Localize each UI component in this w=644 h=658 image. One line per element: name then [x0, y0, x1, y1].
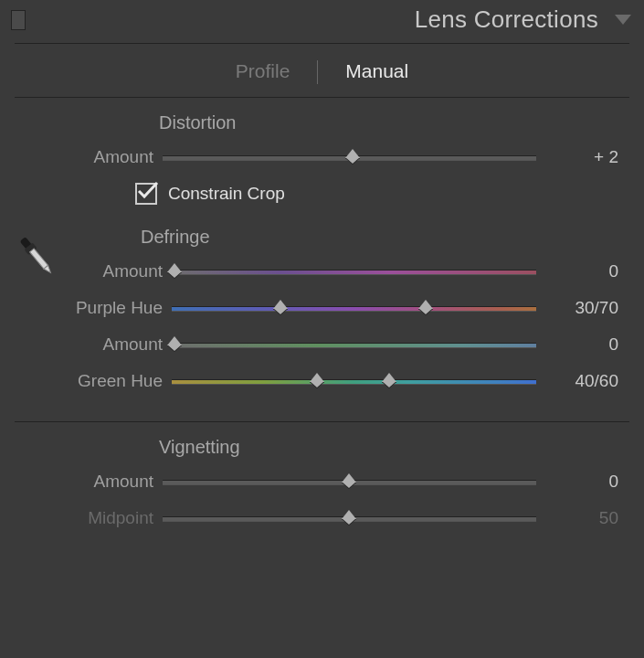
- distortion-amount-label: Amount: [26, 147, 163, 167]
- vignetting-amount-label: Amount: [26, 472, 163, 492]
- defringe-purple-amount-label: Amount: [62, 261, 172, 281]
- tabs: Profile Manual: [0, 44, 644, 97]
- defringe-green-hue-row: Green Hue 40/60: [62, 370, 618, 392]
- defringe-purple-hue-value[interactable]: 30/70: [536, 298, 618, 318]
- constrain-crop-checkbox[interactable]: [135, 183, 157, 205]
- vignetting-section: Vignetting Amount 0 Midpoint 50: [0, 422, 644, 551]
- panel-toggle-swatch[interactable]: [11, 10, 26, 30]
- defringe-purple-hue-label: Purple Hue: [62, 298, 172, 318]
- defringe-purple-amount-slider[interactable]: [172, 267, 536, 276]
- defringe-purple-amount-row: Amount 0: [62, 260, 618, 282]
- defringe-green-amount-label: Amount: [62, 334, 172, 355]
- defringe-green-amount-slider[interactable]: [172, 340, 536, 349]
- panel-header: Lens Corrections: [0, 0, 644, 43]
- defringe-green-hue-value[interactable]: 40/60: [536, 371, 618, 391]
- tab-profile[interactable]: Profile: [236, 60, 290, 84]
- distortion-title: Distortion: [159, 112, 618, 133]
- eyedropper-tool[interactable]: [0, 227, 62, 290]
- defringe-green-amount-row: Amount 0: [62, 334, 618, 356]
- distortion-amount-row: Amount + 2: [26, 146, 618, 168]
- defringe-green-amount-value[interactable]: 0: [536, 334, 618, 355]
- defringe-section: Defringe Amount 0 Purple Hue: [0, 212, 644, 414]
- defringe-purple-hue-slider[interactable]: [172, 303, 536, 313]
- defringe-purple-amount-value[interactable]: 0: [536, 261, 618, 281]
- vignetting-midpoint-slider[interactable]: [163, 514, 536, 523]
- constrain-crop-label[interactable]: Constrain Crop: [168, 184, 285, 204]
- vignetting-midpoint-value[interactable]: 50: [536, 508, 618, 528]
- defringe-title: Defringe: [141, 227, 618, 248]
- panel-title[interactable]: Lens Corrections: [415, 5, 598, 34]
- defringe-green-hue-label: Green Hue: [62, 371, 172, 391]
- vignetting-midpoint-label: Midpoint: [26, 508, 163, 528]
- checkmark-icon: [136, 181, 160, 201]
- tab-separator: [317, 60, 318, 84]
- lens-corrections-panel: Lens Corrections Profile Manual Distorti…: [0, 0, 644, 658]
- distortion-section: Distortion Amount + 2 Constrain Crop: [0, 98, 644, 212]
- defringe-green-hue-slider[interactable]: [172, 377, 536, 386]
- distortion-amount-slider[interactable]: [163, 153, 536, 162]
- svg-rect-2: [30, 249, 48, 269]
- vignetting-amount-slider[interactable]: [163, 477, 536, 486]
- disclosure-triangle-icon[interactable]: [615, 15, 631, 25]
- distortion-amount-value[interactable]: + 2: [536, 147, 618, 167]
- defringe-purple-hue-row: Purple Hue 30/70: [62, 297, 618, 319]
- tab-manual[interactable]: Manual: [345, 60, 408, 84]
- eyedropper-icon: [7, 227, 66, 285]
- vignetting-title: Vignetting: [159, 437, 618, 458]
- vignetting-amount-value[interactable]: 0: [536, 472, 618, 492]
- constrain-crop-row: Constrain Crop: [135, 183, 618, 205]
- vignetting-midpoint-row: Midpoint 50: [26, 507, 618, 529]
- vignetting-amount-row: Amount 0: [26, 471, 618, 493]
